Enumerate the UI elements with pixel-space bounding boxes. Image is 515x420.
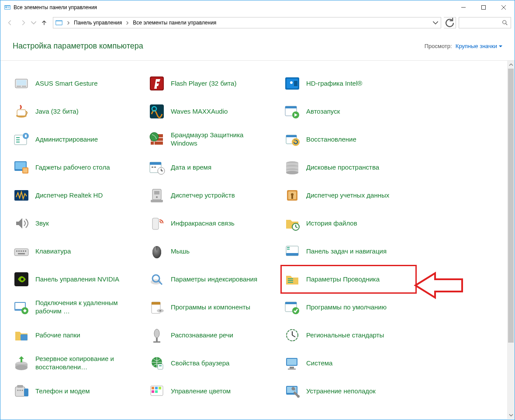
control-panel-item[interactable]: Waves MAXXAudio bbox=[145, 97, 281, 125]
troubleshoot-icon bbox=[283, 382, 302, 401]
control-panel-item[interactable]: Региональные стандарты bbox=[281, 321, 416, 349]
control-panel-item[interactable]: Параметры индексирования bbox=[145, 265, 281, 293]
control-panel-icon bbox=[55, 19, 63, 27]
control-panel-item[interactable]: Гаджеты рабочего стола bbox=[10, 153, 145, 181]
view-picker: Просмотр: Крупные значки bbox=[425, 43, 502, 49]
control-panel-item[interactable]: Звук bbox=[10, 209, 145, 237]
control-panel-item[interactable]: HD-графика Intel® bbox=[281, 69, 416, 97]
header: Настройка параметров компьютера Просмотр… bbox=[0, 31, 515, 60]
view-dropdown[interactable]: Крупные значки bbox=[456, 43, 502, 49]
control-panel-item[interactable]: Панель задач и навигация bbox=[281, 237, 416, 265]
admin-icon bbox=[12, 130, 31, 149]
control-panel-item[interactable]: Распознавание речи bbox=[145, 321, 281, 349]
item-label: Диспетчер устройств bbox=[171, 191, 235, 200]
control-panel-item[interactable]: Резервное копирование и восстановлени… bbox=[10, 349, 145, 377]
control-panel-item[interactable]: Система bbox=[281, 349, 416, 377]
scroll-thumb[interactable] bbox=[508, 69, 514, 343]
control-panel-item[interactable]: Рабочие папки bbox=[10, 321, 145, 349]
control-panel-item[interactable]: Диспетчер устройств bbox=[145, 181, 281, 209]
control-panel-item[interactable]: Java (32 бита) bbox=[10, 97, 145, 125]
maximize-button[interactable] bbox=[474, 1, 494, 14]
defaultprogs-icon bbox=[283, 298, 302, 317]
item-label: Рабочие папки bbox=[35, 331, 80, 340]
control-panel-item[interactable]: Клавиатура bbox=[10, 237, 145, 265]
svg-point-11 bbox=[503, 21, 506, 24]
address-bar[interactable]: Панель управления Все элементы панели уп… bbox=[53, 17, 441, 28]
svg-rect-6 bbox=[482, 6, 486, 10]
control-panel-item[interactable]: Свойства браузера bbox=[145, 349, 281, 377]
control-panel-item[interactable]: ASUS Smart Gesture bbox=[10, 69, 145, 97]
control-panel-item[interactable]: Автозапуск bbox=[281, 97, 416, 125]
item-label: Система bbox=[306, 359, 332, 368]
mouse-icon bbox=[147, 242, 166, 261]
control-panel-item[interactable]: Программы по умолчанию bbox=[281, 293, 416, 321]
item-label: Подключения к удаленным рабочим … bbox=[35, 299, 136, 316]
svg-line-12 bbox=[506, 24, 508, 25]
item-label: HD-графика Intel® bbox=[306, 80, 362, 88]
item-label: Администрирование bbox=[35, 135, 98, 144]
items-grid: ASUS Smart GestureFlash Player (32 бита)… bbox=[0, 61, 507, 419]
window-icon bbox=[4, 4, 11, 11]
item-label: История файлов bbox=[306, 219, 357, 228]
control-panel-item[interactable]: Подключения к удаленным рабочим … bbox=[10, 293, 145, 321]
chevron-right-icon bbox=[66, 21, 70, 25]
search-input[interactable] bbox=[459, 17, 511, 28]
item-label: Дата и время bbox=[171, 163, 211, 172]
item-label: Параметры индексирования bbox=[171, 275, 257, 284]
history-dropdown-button[interactable] bbox=[30, 20, 37, 26]
scroll-down-button[interactable] bbox=[507, 411, 515, 419]
storage-icon bbox=[283, 158, 302, 177]
control-panel-item[interactable]: Flash Player (32 бита) bbox=[145, 69, 281, 97]
item-label: Инфракрасная связь bbox=[171, 219, 235, 228]
content-wrap: ASUS Smart GestureFlash Player (32 бита)… bbox=[0, 61, 515, 419]
control-panel-item[interactable]: Диспетчер Realtek HD bbox=[10, 181, 145, 209]
workfolders-icon bbox=[12, 326, 31, 345]
intel-icon bbox=[283, 74, 302, 93]
realtek-icon bbox=[12, 186, 31, 205]
control-panel-item[interactable]: Инфракрасная связь bbox=[145, 209, 281, 237]
credentials-icon bbox=[283, 186, 302, 205]
control-panel-item[interactable]: Восстановление bbox=[281, 125, 416, 153]
back-button[interactable] bbox=[4, 17, 16, 29]
address-dropdown-button[interactable] bbox=[431, 20, 440, 26]
control-panel-item[interactable]: Программы и компоненты bbox=[145, 293, 281, 321]
close-button[interactable] bbox=[494, 1, 514, 14]
forward-button[interactable] bbox=[17, 17, 29, 29]
control-panel-item[interactable]: Дата и время bbox=[145, 153, 281, 181]
item-label: Панель задач и навигация bbox=[306, 247, 387, 256]
control-panel-item[interactable]: Администрирование bbox=[10, 125, 145, 153]
item-label: Управление цветом bbox=[171, 387, 231, 396]
control-panel-item[interactable]: Параметры Проводника bbox=[281, 265, 416, 293]
window-title: Все элементы панели управления bbox=[14, 4, 453, 10]
scroll-up-button[interactable] bbox=[507, 61, 515, 69]
breadcrumb-root[interactable]: Панель управления bbox=[72, 18, 124, 27]
control-panel-item[interactable]: Диспетчер учетных данных bbox=[281, 181, 416, 209]
navbar: Панель управления Все элементы панели уп… bbox=[0, 14, 515, 31]
nvidia-icon bbox=[12, 270, 31, 289]
scroll-track[interactable] bbox=[507, 69, 515, 411]
control-panel-item[interactable]: Дисковые пространства bbox=[281, 153, 416, 181]
control-panel-item[interactable]: Телефон и модем bbox=[10, 377, 145, 405]
up-button[interactable] bbox=[38, 17, 50, 29]
touchpad-icon bbox=[12, 74, 31, 93]
scrollbar[interactable] bbox=[507, 61, 515, 419]
breadcrumb-current[interactable]: Все элементы панели управления bbox=[131, 18, 218, 27]
control-panel-item[interactable]: Панель управления NVIDIA bbox=[10, 265, 145, 293]
refresh-button[interactable] bbox=[444, 17, 456, 28]
item-label: Waves MAXXAudio bbox=[171, 108, 228, 116]
item-label: Программы по умолчанию bbox=[306, 303, 387, 312]
chevron-down-icon bbox=[499, 45, 502, 48]
autoplay-icon bbox=[283, 102, 302, 121]
control-panel-item[interactable]: Мышь bbox=[145, 237, 281, 265]
infrared-icon bbox=[147, 214, 166, 233]
item-label: Параметры Проводника bbox=[306, 275, 380, 284]
control-panel-item[interactable]: История файлов bbox=[281, 209, 416, 237]
control-panel-item[interactable]: Устранение неполадок bbox=[281, 377, 416, 405]
svg-rect-3 bbox=[5, 7, 7, 8]
item-label: Диспетчер Realtek HD bbox=[35, 191, 103, 200]
svg-rect-2 bbox=[5, 7, 7, 7]
page-title: Настройка параметров компьютера bbox=[13, 42, 143, 51]
minimize-button[interactable] bbox=[453, 1, 474, 14]
control-panel-item[interactable]: Брандмауэр Защитника Windows bbox=[145, 125, 281, 153]
control-panel-item[interactable]: Управление цветом bbox=[145, 377, 281, 405]
